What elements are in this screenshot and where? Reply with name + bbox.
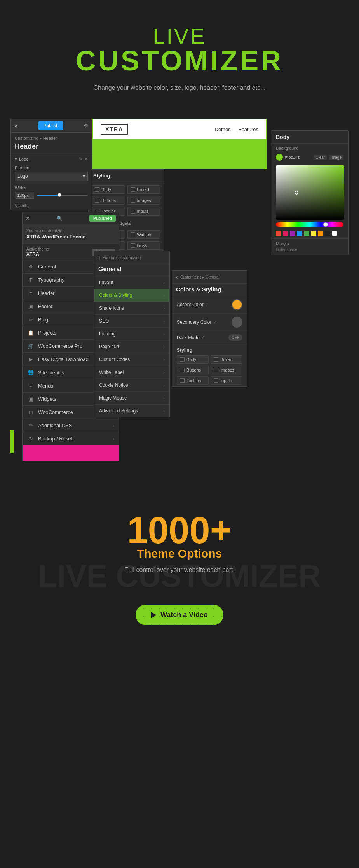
styling-title: Styling xyxy=(89,170,164,182)
col-boxed-checkbox[interactable] xyxy=(214,357,218,362)
style-body[interactable]: Body xyxy=(92,185,125,194)
nav-backup[interactable]: ↻ Backup / Reset › xyxy=(23,432,119,445)
body-checkbox[interactable] xyxy=(95,187,99,192)
page-wrapper: LIVE CUSTOMIZER Change your website colo… xyxy=(0,0,359,656)
col-style-tooltips[interactable]: Tooltips xyxy=(177,376,209,385)
style-images[interactable]: Images xyxy=(127,196,161,205)
close-icon[interactable]: ✕ xyxy=(14,123,18,129)
chevron-down-icon: ▾ xyxy=(15,156,17,161)
dark-mode-toggle[interactable]: OFF xyxy=(228,334,242,341)
gear-icon[interactable]: ⚙ xyxy=(84,123,89,129)
search-icon[interactable]: 🔍 xyxy=(56,216,63,221)
accent-question-icon: ? xyxy=(206,303,208,307)
widgets-checkbox[interactable] xyxy=(131,232,135,237)
publish-topbar: ✕ 🔍 Published xyxy=(23,212,119,224)
gen-colors-arrow: › xyxy=(163,293,165,298)
col-tooltips-checkbox[interactable] xyxy=(180,378,185,383)
links-checkbox[interactable] xyxy=(131,243,135,248)
general-back-icon[interactable]: ‹ xyxy=(98,254,100,261)
swatch-purple[interactable] xyxy=(290,231,295,236)
nav-link-features[interactable]: Features xyxy=(239,126,258,132)
site-icon: 🌐 xyxy=(27,370,34,375)
buttons-checkbox[interactable] xyxy=(95,198,99,203)
published-button[interactable]: Published xyxy=(89,215,116,222)
swatch-dark[interactable] xyxy=(325,231,330,236)
colors-topbar: ‹ Customizing ▸ General xyxy=(172,271,247,284)
images-checkbox[interactable] xyxy=(131,198,135,203)
secondary-color-swatch[interactable] xyxy=(232,317,242,328)
gen-loading[interactable]: Loading › xyxy=(94,327,169,340)
swatch-blue[interactable] xyxy=(297,231,302,236)
col-style-boxed[interactable]: Boxed xyxy=(211,355,242,364)
swatch-orange[interactable] xyxy=(318,231,323,236)
swatch-green[interactable] xyxy=(304,231,309,236)
color-canvas[interactable] xyxy=(276,165,344,220)
width-value[interactable]: 120px xyxy=(15,192,34,199)
nav-css[interactable]: ✏ Additional CSS › xyxy=(23,419,119,432)
margin-label: Margin xyxy=(271,238,348,247)
col-style-body[interactable]: Body xyxy=(177,355,209,364)
colors-back-icon[interactable]: ‹ xyxy=(176,274,178,280)
hue-slider[interactable] xyxy=(276,222,343,227)
swatch-yellow[interactable] xyxy=(311,231,316,236)
col-style-inputs[interactable]: Inputs xyxy=(211,376,242,385)
section-close-icon[interactable]: ✕ xyxy=(84,156,88,161)
element-select[interactable]: Logo ▾ xyxy=(15,172,88,181)
gen-white-label[interactable]: White Label › xyxy=(94,366,169,379)
hue-thumb[interactable] xyxy=(323,222,328,227)
swatch-white[interactable] xyxy=(332,231,337,236)
image-button[interactable]: Image xyxy=(329,155,343,160)
inputs-checkbox[interactable] xyxy=(131,209,135,214)
general-back-label: You are customizing xyxy=(103,255,141,260)
active-label: Active theme xyxy=(26,247,49,251)
boxed-checkbox[interactable] xyxy=(131,187,135,192)
gen-custom-codes[interactable]: Custom Codes › xyxy=(94,353,169,366)
gen-share-icons[interactable]: Share Icons › xyxy=(94,302,169,314)
col-buttons-checkbox[interactable] xyxy=(180,368,185,372)
pub-close-icon[interactable]: ✕ xyxy=(26,216,30,221)
style-boxed[interactable]: Boxed xyxy=(127,185,161,194)
element-field: Element Logo ▾ xyxy=(11,164,92,184)
col-body-checkbox[interactable] xyxy=(180,357,185,362)
gen-layout[interactable]: Layout › xyxy=(94,276,169,289)
accent-color-row: Accent Color ? xyxy=(172,296,247,313)
blog-icon: ✏ xyxy=(27,317,34,323)
gen-magic-mouse[interactable]: Magic Mouse › xyxy=(94,391,169,404)
style-links[interactable]: Links xyxy=(127,241,161,250)
swatch-pink[interactable] xyxy=(283,231,288,236)
edd-icon: ▶ xyxy=(27,356,34,362)
slider-thumb[interactable] xyxy=(58,193,61,197)
col-style-images[interactable]: Images xyxy=(211,366,242,374)
active-theme-info: Active theme XTRA xyxy=(26,247,49,257)
gen-colors-styling[interactable]: Colors & Styling › xyxy=(94,289,169,302)
gen-advanced-arrow: › xyxy=(163,409,165,413)
style-buttons[interactable]: Buttons xyxy=(92,196,125,205)
logo-section-label: ▾ Logo xyxy=(15,156,28,161)
magenta-bar xyxy=(23,445,119,461)
gen-cookie[interactable]: Cookie Notice › xyxy=(94,379,169,391)
general-icon: ⚙ xyxy=(27,264,34,270)
site-nav: XTRA Demos Features xyxy=(93,119,266,139)
count-display: 1000+ xyxy=(8,512,351,549)
swatch-red[interactable] xyxy=(276,231,281,236)
section-edit-icon[interactable]: ✎ xyxy=(79,156,82,161)
col-style-buttons[interactable]: Buttons xyxy=(177,366,209,374)
color-green-swatch[interactable] xyxy=(276,154,283,161)
bottom-section: 1000+ Theme Options Full control over yo… xyxy=(0,480,359,656)
watch-video-button[interactable]: Watch a Video xyxy=(136,605,223,625)
accent-color-swatch[interactable] xyxy=(232,299,242,310)
col-images-checkbox[interactable] xyxy=(214,368,218,372)
nav-link-demos[interactable]: Demos xyxy=(215,126,231,132)
gen-seo[interactable]: SEO › xyxy=(94,314,169,327)
publish-button[interactable]: Publish xyxy=(38,121,63,130)
gen-page404[interactable]: Page 404 › xyxy=(94,340,169,353)
col-inputs-checkbox[interactable] xyxy=(214,378,218,383)
width-slider-track[interactable] xyxy=(37,195,88,196)
secondary-color-label: Secondary Color ? xyxy=(177,319,216,325)
watch-video-label: Watch a Video xyxy=(160,611,208,619)
style-inputs[interactable]: Inputs xyxy=(127,207,161,216)
clear-button[interactable]: Clear xyxy=(314,155,327,160)
site-preview: XTRA Demos Features xyxy=(92,119,267,169)
style-widgets[interactable]: Widgets xyxy=(127,230,161,239)
gen-advanced[interactable]: Advanced Settings › xyxy=(94,404,169,417)
